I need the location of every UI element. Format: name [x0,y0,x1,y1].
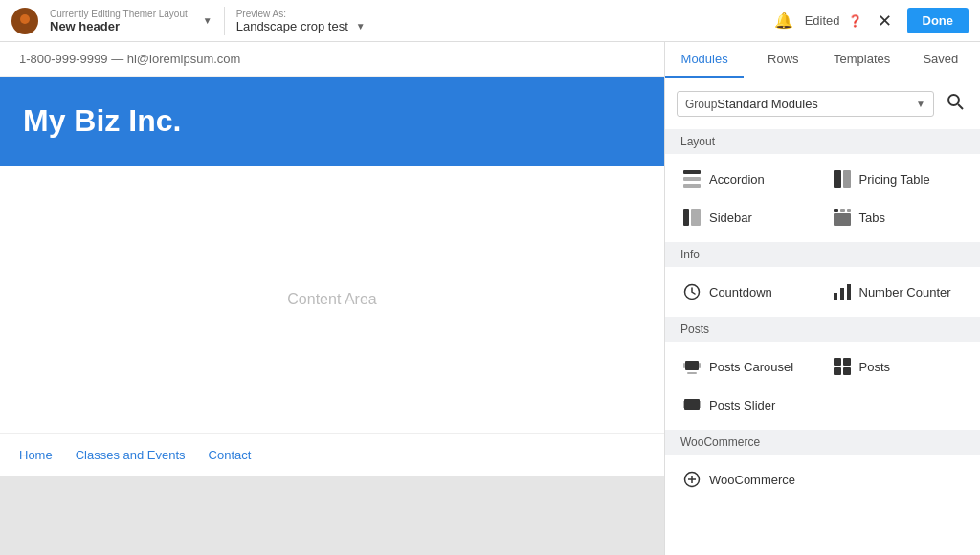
topbar-divider [224,7,225,35]
search-button[interactable] [942,90,969,118]
done-button[interactable]: Done [907,8,969,33]
tab-saved[interactable]: Saved [902,42,980,78]
posts-slider-icon [682,395,702,414]
module-woocommerce[interactable]: WooCommerce [677,462,819,497]
contact-strip: 1-800-999-9999 — hi@loremipsum.com [0,42,664,77]
tabs-icon [833,208,852,227]
main-layout: 1-800-999-9999 — hi@loremipsum.com My Bi… [0,42,980,555]
logo [11,8,38,34]
category-label-info: Info [665,242,980,267]
category-info: Info Countdown Number Counter [677,242,969,309]
footer-link-classes[interactable]: Classes and Events [76,448,186,462]
group-filter-row: Group Standard Modules ▼ [677,90,969,118]
help-button[interactable]: ❓ [848,14,862,28]
svg-rect-22 [687,372,697,374]
bell-button[interactable]: 🔔 [770,8,797,33]
svg-rect-6 [683,184,701,188]
svg-rect-19 [685,361,699,370]
svg-rect-5 [683,177,701,181]
svg-rect-12 [840,209,845,212]
svg-rect-8 [843,170,851,188]
svg-rect-11 [834,209,838,212]
svg-rect-25 [834,367,841,375]
module-number-counter[interactable]: Number Counter [827,275,969,309]
svg-rect-7 [834,170,841,188]
accordion-icon [682,169,702,189]
right-panel: Modules Rows Templates Saved Group Stand… [664,42,980,555]
category-posts: Posts Posts Carousel Posts [677,317,969,422]
module-accordion[interactable]: Accordion [677,162,819,196]
tab-rows[interactable]: Rows [744,42,822,78]
pricing-table-icon [833,169,852,189]
dropdown-arrow-preview: ▼ [356,21,366,32]
svg-rect-26 [843,367,851,375]
category-woocommerce: WooCommerce WooCommerce [677,430,969,497]
panel-tabs: Modules Rows Templates Saved [665,42,980,78]
close-button[interactable]: ✕ [870,7,900,35]
module-countdown[interactable]: Countdown [677,275,819,309]
module-number-counter-label: Number Counter [859,285,951,300]
svg-point-0 [20,14,30,24]
svg-rect-13 [847,209,851,212]
module-accordion-label: Accordion [709,172,765,187]
panel-content: Group Standard Modules ▼ Layout [665,78,980,555]
svg-rect-1 [21,24,29,29]
number-counter-icon [833,282,852,301]
footer-link-home[interactable]: Home [19,448,53,462]
module-posts-slider[interactable]: Posts Slider [677,388,819,422]
edited-status: Edited [805,13,840,28]
category-layout: Layout Accordion Pricing Table [677,129,969,234]
svg-rect-10 [691,209,701,226]
content-area: Content Area [0,166,664,433]
svg-line-3 [958,104,963,109]
canvas-footer: Home Classes and Events Contact [0,433,664,476]
tab-modules[interactable]: Modules [665,42,744,78]
canvas: 1-800-999-9999 — hi@loremipsum.com My Bi… [0,42,664,555]
preview-section: Preview As: Landscape crop test ▼ [236,9,759,33]
tab-templates[interactable]: Templates [823,42,902,78]
svg-rect-4 [683,170,701,174]
module-pricing-table-label: Pricing Table [859,172,930,187]
group-select[interactable]: Standard Modules [717,97,916,111]
module-posts-label: Posts [859,360,891,374]
preview-dropdown[interactable]: Landscape crop test ▼ [236,19,759,33]
topbar-right: 🔔 Edited ❓ ✕ Done [770,7,969,35]
module-tabs[interactable]: Tabs [827,200,969,234]
info-modules-grid: Countdown Number Counter [677,275,969,309]
module-posts-carousel[interactable]: Posts Carousel [677,349,819,384]
category-label-posts: Posts [665,317,980,342]
svg-rect-14 [834,213,851,226]
svg-rect-28 [683,401,684,408]
canvas-header: 1-800-999-9999 — hi@loremipsum.com My Bi… [0,42,664,166]
svg-rect-27 [684,399,700,410]
preview-label: Preview As: [236,9,759,19]
posts-modules-grid: Posts Carousel Posts Posts Slider [677,349,969,422]
group-label: Group [685,98,717,111]
dropdown-arrow-layout[interactable]: ▼ [203,15,212,26]
blue-banner: My Biz Inc. [0,77,664,166]
module-sidebar[interactable]: Sidebar [677,200,819,234]
biz-name: My Biz Inc. [23,103,181,138]
category-label-woocommerce: WooCommerce [665,430,980,455]
module-posts-slider-label: Posts Slider [709,398,775,412]
editing-label: Currently Editing Themer Layout [50,9,188,19]
svg-rect-9 [683,209,689,226]
posts-carousel-icon [682,357,702,376]
posts-icon [833,357,852,376]
layout-name: New header [50,19,188,33]
preview-value: Landscape crop test [236,19,348,33]
module-sidebar-label: Sidebar [709,211,752,225]
module-pricing-table[interactable]: Pricing Table [827,162,969,196]
svg-rect-29 [700,401,701,408]
footer-link-contact[interactable]: Contact [209,448,252,462]
module-posts-carousel-label: Posts Carousel [709,360,793,374]
module-woocommerce-label: WooCommerce [709,473,795,487]
module-posts[interactable]: Posts [827,349,969,384]
svg-rect-23 [834,358,841,366]
sidebar-icon [682,208,702,227]
svg-point-2 [948,95,959,105]
module-tabs-label: Tabs [859,211,885,225]
woo-modules-grid: WooCommerce [677,462,969,497]
editing-info: Currently Editing Themer Layout New head… [50,9,188,33]
content-area-label: Content Area [287,291,376,308]
